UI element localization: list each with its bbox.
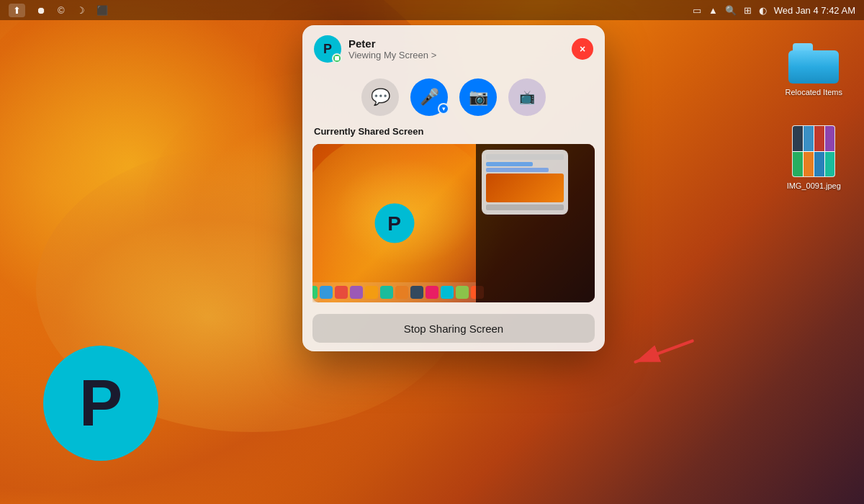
preview-desktop: P: [312, 144, 595, 302]
dock-icon: [395, 286, 408, 299]
popup-header: P Peter Viewing My Screen > ×: [302, 25, 605, 71]
large-avatar-letter: P: [79, 366, 122, 441]
preview-mini-popup: [482, 150, 568, 215]
display-icon: ⬛: [96, 5, 108, 16]
chat-button[interactable]: 💬: [361, 78, 399, 116]
facetime-icon: ©: [58, 5, 65, 16]
dock-icon: [380, 286, 393, 299]
desktop-icons: Relocated Items IMG_0091.jpeg: [786, 43, 842, 190]
share-screen-icon: 📺: [519, 89, 535, 105]
search-icon[interactable]: 🔍: [725, 5, 737, 16]
large-avatar: P: [43, 346, 158, 461]
file-icon-item[interactable]: IMG_0091.jpeg: [787, 125, 841, 190]
folder-label: Relocated Items: [786, 88, 842, 96]
menubar-right: ▭ ▲ 🔍 ⊞ ◐ Wed Jan 4 7:42 AM: [693, 5, 855, 16]
chat-icon: 💬: [371, 88, 390, 107]
preview-right-panel: [476, 144, 595, 302]
dock-icon: [335, 286, 348, 299]
mic-icon: 🎤: [420, 88, 439, 107]
file-label: IMG_0091.jpeg: [787, 181, 841, 190]
preview-avatar-circle: P: [374, 204, 414, 243]
video-icon: 📷: [469, 88, 488, 107]
share-screen-button[interactable]: 📺: [508, 78, 546, 116]
video-button[interactable]: 📷: [459, 78, 497, 116]
record-icon: ⏺: [37, 5, 46, 16]
dock-icon: [312, 286, 318, 299]
wifi-icon: ▲: [708, 5, 718, 16]
file-icon: [792, 125, 835, 177]
facetime-popup: P Peter Viewing My Screen > × 💬 🎤: [302, 25, 605, 351]
popup-username: Peter: [348, 37, 572, 50]
popup-avatar-letter: P: [323, 42, 332, 57]
brightness-icon: ◐: [759, 5, 767, 16]
menubar: ⬆ ⏺ © ☽ ⬛ ▭ ▲ 🔍 ⊞ ◐ Wed Jan 4 7:42 AM: [0, 0, 864, 20]
dock-icon: [456, 286, 469, 299]
shared-screen-section: Currently Shared Screen P: [302, 126, 605, 310]
shared-screen-label: Currently Shared Screen: [312, 126, 595, 137]
close-icon: ×: [580, 43, 585, 55]
screenshare-menubar-icon[interactable]: ⬆: [9, 4, 25, 17]
folder-icon: [788, 43, 839, 84]
desktop: ⬆ ⏺ © ☽ ⬛ ▭ ▲ 🔍 ⊞ ◐ Wed Jan 4 7:42 AM P …: [0, 0, 864, 504]
stop-sharing-button[interactable]: Stop Sharing Screen: [312, 314, 595, 343]
battery-icon: ▭: [693, 5, 701, 16]
mic-chevron: [438, 103, 449, 114]
dock-icon: [426, 286, 438, 299]
control-center-icon[interactable]: ⊞: [744, 5, 752, 16]
popup-user-info: Peter Viewing My Screen >: [348, 37, 572, 60]
popup-close-button[interactable]: ×: [572, 38, 593, 60]
moon-icon: ☽: [76, 5, 85, 16]
dock-icon: [410, 286, 423, 299]
red-arrow: [626, 328, 698, 374]
preview-desktop-left: P: [312, 144, 476, 302]
popup-status[interactable]: Viewing My Screen >: [348, 50, 572, 60]
dock-icon: [441, 286, 454, 299]
dock-icon: [320, 286, 333, 299]
dock-icon: [365, 286, 378, 299]
menubar-left: ⬆ ⏺ © ☽ ⬛: [9, 4, 108, 17]
folder-icon-item[interactable]: Relocated Items: [786, 43, 842, 96]
shared-screen-preview: P: [312, 144, 595, 302]
popup-avatar: P: [314, 35, 341, 63]
mic-button[interactable]: 🎤: [410, 78, 448, 116]
preview-dock: [312, 282, 476, 302]
svg-line-1: [636, 341, 693, 362]
popup-controls: 💬 🎤 📷 📺: [302, 71, 605, 126]
preview-avatar-letter: P: [387, 212, 401, 235]
popup-avatar-badge: [332, 53, 342, 63]
dock-icon: [350, 286, 363, 299]
menubar-time: Wed Jan 4 7:42 AM: [774, 5, 855, 16]
